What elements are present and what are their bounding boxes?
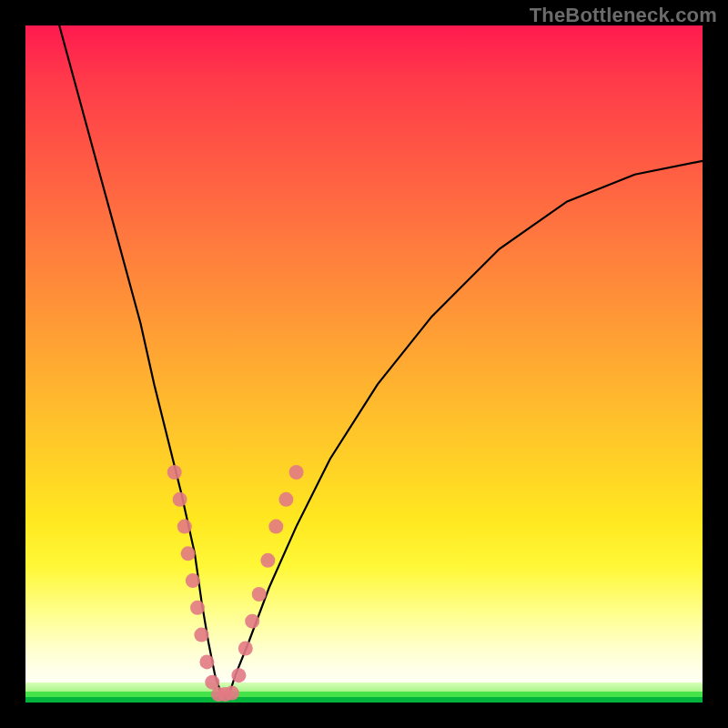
sample-dot <box>167 465 182 480</box>
sample-dot <box>252 587 267 602</box>
bottleneck-curve-path <box>59 25 703 696</box>
sample-dot <box>245 614 259 629</box>
sample-dot <box>181 546 196 561</box>
sample-dot <box>186 573 200 588</box>
sample-dot <box>177 520 192 534</box>
sample-dot <box>278 492 293 507</box>
sample-dots-group <box>167 465 304 702</box>
attribution-label: TheBottleneck.com <box>530 4 717 27</box>
sample-dot <box>173 492 187 507</box>
sample-dot <box>260 553 275 568</box>
chart-svg <box>25 25 703 703</box>
sample-dot <box>199 654 214 669</box>
sample-dot <box>194 628 208 642</box>
app-frame: TheBottleneck.com <box>0 0 728 728</box>
sample-dot <box>238 642 253 656</box>
sample-dot <box>190 601 205 615</box>
sample-dot <box>268 520 283 534</box>
sample-dot <box>289 465 304 480</box>
sample-dot <box>225 686 239 701</box>
sample-dot <box>231 668 246 682</box>
